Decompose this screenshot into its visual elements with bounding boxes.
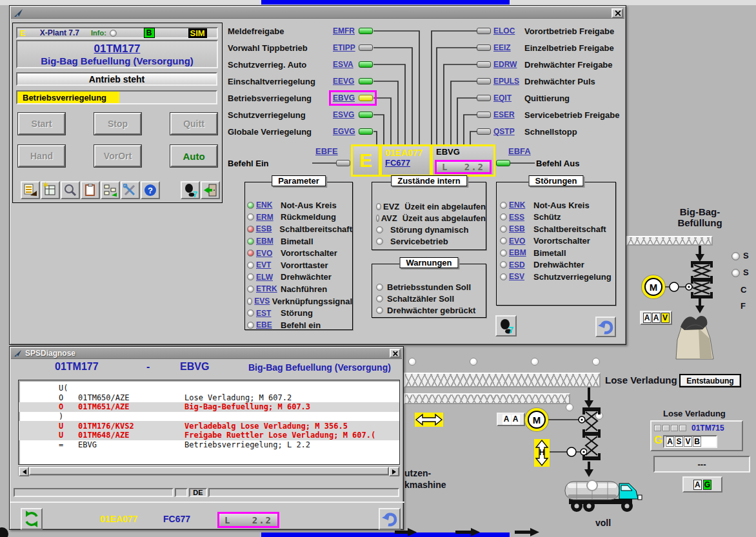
hoist-arrow-icon[interactable]: H: [534, 439, 550, 467]
device-tag-link[interactable]: 01TM177: [17, 43, 217, 55]
parameter-tag-link[interactable]: ERM: [256, 213, 279, 222]
fault-tag-link[interactable]: ESB: [509, 224, 532, 233]
undo-button[interactable]: [595, 317, 616, 337]
fault-tag-link[interactable]: ESD: [509, 260, 532, 269]
parameter-tag-link[interactable]: EST: [256, 309, 279, 318]
parameter-tag-link[interactable]: EVT: [256, 260, 279, 269]
befehl-aus-led: [496, 160, 510, 166]
vorort-button[interactable]: VorOrt: [94, 145, 141, 167]
stop-button[interactable]: Stop: [94, 113, 141, 135]
hoist-coupling-icon: [550, 445, 587, 458]
code-operand[interactable]: 01TM648/AZE: [78, 431, 184, 440]
fault-tag-link[interactable]: EVO: [509, 237, 532, 246]
code-operator: O: [59, 402, 78, 411]
bellows-valve-icon[interactable]: [690, 261, 714, 298]
code-operand[interactable]: 01TM651/AZE: [78, 402, 184, 411]
signal-tag-link[interactable]: ESER: [493, 110, 522, 119]
sps-header: 01TM177 - EBVG Big-Bag Befuellung (Verso…: [10, 361, 404, 376]
quitt-button[interactable]: Quitt: [170, 113, 217, 135]
signal-tag-link[interactable]: EQIT: [493, 93, 522, 103]
aa-cell-1: A: [502, 415, 511, 425]
aav-status-box[interactable]: AAV: [640, 311, 672, 325]
horizontal-scrollbar[interactable]: [18, 466, 400, 476]
signal-tag-link[interactable]: EMFR: [333, 26, 356, 35]
signal-led: [359, 78, 373, 84]
auto-button[interactable]: Auto: [170, 145, 217, 167]
parameter-tag-link[interactable]: ELW: [256, 273, 279, 282]
fault-label: Bimetall: [533, 248, 566, 258]
faceplate-title-box: 01TM177 Big-Bag Befuellung (Versorgung): [16, 40, 218, 68]
parameter-tag-link[interactable]: ENK: [256, 200, 279, 210]
fc-link[interactable]: FC677: [385, 158, 426, 168]
signal-tag-link[interactable]: ELOC: [493, 26, 522, 35]
asvb-status-box[interactable]: A S V B: [663, 435, 717, 448]
hierarchy-icon[interactable]: [101, 181, 120, 199]
entstaubung-button[interactable]: Entstaubung: [679, 374, 741, 387]
code-operand[interactable]: EBVG: [78, 440, 184, 449]
signal-row: ESER Servicebetrieb Freigabe: [475, 106, 628, 123]
parameter-tag-link[interactable]: ESB: [256, 224, 278, 233]
motor-lose-verladung[interactable]: M: [528, 411, 546, 429]
ebfa-tag-link[interactable]: EBFA: [508, 146, 531, 156]
tools-icon[interactable]: [121, 181, 140, 199]
select-hand-icon[interactable]: [21, 181, 40, 199]
scrollbar-thumb[interactable]: [29, 467, 389, 475]
signal-tag-link[interactable]: EEVG: [333, 77, 356, 86]
state-label: Störung dynamisch: [390, 225, 468, 235]
corner-dot: [0, 527, 8, 537]
new-table-icon[interactable]: ✶: [41, 181, 60, 199]
parameter-tag-link[interactable]: EBE: [256, 320, 279, 329]
exit-door-icon[interactable]: [201, 181, 220, 199]
signal-tag-link[interactable]: EDRW: [493, 60, 522, 69]
fault-led: [500, 237, 507, 244]
parameter-tag-link[interactable]: EVS: [254, 297, 270, 306]
fault-tag-link[interactable]: EBM: [509, 248, 532, 257]
aav-cell-v: V: [661, 313, 670, 323]
shuttle-arrow-icon[interactable]: [415, 413, 443, 427]
motor-bigbag[interactable]: M: [644, 278, 662, 296]
code-operand[interactable]: 01TM176/KVS2: [78, 422, 184, 431]
signal-tag-link[interactable]: ETIPP: [333, 43, 356, 52]
start-button[interactable]: Start: [18, 113, 65, 135]
signal-tag-link[interactable]: EEIZ: [493, 43, 522, 52]
info-radio[interactable]: [110, 30, 117, 37]
undo-arrow-icon: [597, 319, 614, 335]
refresh-button[interactable]: [21, 508, 43, 530]
signal-tag-link[interactable]: QSTP: [493, 127, 522, 136]
footer-fc-link[interactable]: FC677: [163, 514, 190, 524]
ag-status-box[interactable]: AG: [682, 476, 722, 493]
signal-tag-link[interactable]: EPULS: [493, 77, 522, 86]
magnifier-icon[interactable]: [61, 181, 80, 199]
tm715-panel[interactable]: 01TM715 G A S V B: [650, 420, 743, 451]
sps-header-tag: 01TM177: [55, 361, 99, 373]
scroll-right-icon[interactable]: [389, 467, 399, 476]
state-row: EVZ Üzeit ein abgelaufen: [372, 200, 486, 212]
signal-tag-link[interactable]: ESVA: [333, 60, 356, 69]
signal-tag-link[interactable]: ESVG: [333, 110, 356, 119]
fault-tag-link[interactable]: ENK: [509, 200, 532, 210]
help-icon[interactable]: ?: [141, 181, 160, 199]
code-operand[interactable]: 01TM650/AZE: [78, 393, 184, 402]
tm715-tag-link[interactable]: 01TM715: [691, 424, 724, 433]
parameter-tag-link[interactable]: ETRK: [256, 284, 279, 293]
fault-tag-link[interactable]: ESV: [509, 272, 532, 281]
footprint-icon[interactable]: 7: [181, 181, 200, 199]
sps-titlebar[interactable]: SPSDiagnose: [11, 348, 402, 359]
hand-button[interactable]: Hand: [18, 145, 65, 167]
aa-status-box[interactable]: AA: [497, 413, 525, 426]
signal-tag-link[interactable]: EGVG: [333, 127, 356, 136]
fault-tag-link[interactable]: ESS: [509, 213, 532, 222]
parameter-tag-link[interactable]: EVO: [256, 249, 279, 258]
signal-tag-link[interactable]: EBVG: [333, 93, 356, 103]
state-row: AVZ Üzeit aus abgelaufen: [372, 212, 486, 224]
scroll-left-icon[interactable]: [19, 467, 29, 476]
clipboard-icon[interactable]: [81, 181, 100, 199]
close-icon[interactable]: [612, 8, 623, 18]
close-icon[interactable]: [390, 349, 401, 358]
parameter-tag-link[interactable]: EBM: [256, 237, 279, 246]
footer-operand-address: 2.2: [252, 515, 272, 525]
footprint-trace-button[interactable]: 7: [495, 315, 517, 337]
faceplate-titlebar[interactable]: [11, 7, 624, 19]
undo-button[interactable]: [379, 508, 401, 530]
ebfe-tag-link[interactable]: EBFE: [315, 146, 338, 156]
